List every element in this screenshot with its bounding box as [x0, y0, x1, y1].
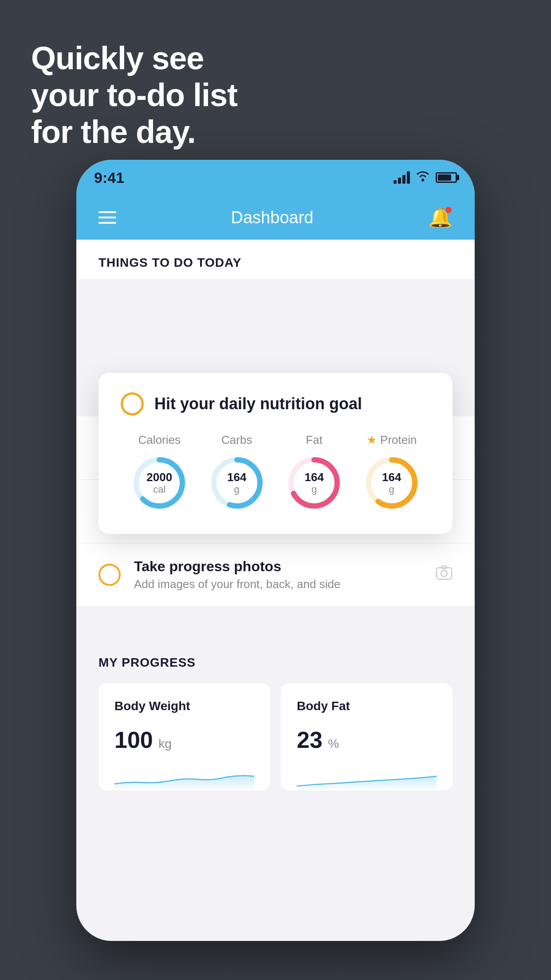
- protein-value: 164: [382, 471, 401, 484]
- progress-section: MY PROGRESS Body Weight 100 kg: [76, 633, 475, 804]
- photo-icon: [436, 565, 453, 585]
- macro-fat-label: Fat: [306, 433, 323, 447]
- body-fat-row: 23 %: [297, 727, 437, 753]
- nutrition-macros: Calories 2000 cal Carbs: [121, 433, 430, 512]
- carbs-unit: g: [234, 483, 240, 494]
- menu-button[interactable]: [98, 211, 116, 224]
- body-weight-value: 100: [114, 727, 153, 753]
- macro-carbs-label: Carbs: [221, 433, 252, 447]
- signal-icon: [394, 171, 410, 184]
- nutrition-card[interactable]: Hit your daily nutrition goal Calories 2…: [98, 373, 453, 534]
- body-weight-unit: kg: [158, 737, 172, 751]
- macro-protein-label: ★ Protein: [366, 433, 417, 447]
- fat-value: 164: [305, 471, 324, 484]
- nutrition-title: Hit your daily nutrition goal: [154, 395, 362, 413]
- todo-checkbox-photos[interactable]: [98, 564, 121, 586]
- status-icons: [394, 170, 457, 185]
- calories-unit: cal: [153, 483, 165, 494]
- macro-fat: Fat 164 g: [285, 433, 343, 512]
- body-weight-label: Body Weight: [114, 699, 254, 713]
- svg-point-0: [421, 179, 424, 182]
- todo-item-photos[interactable]: Take progress photos Add images of your …: [76, 543, 475, 607]
- calories-value: 2000: [146, 471, 172, 484]
- body-weight-card[interactable]: Body Weight 100 kg: [98, 683, 270, 790]
- macro-protein: ★ Protein 164 g: [363, 433, 421, 512]
- nutrition-checkbox[interactable]: [121, 392, 144, 415]
- body-fat-chart: [297, 764, 437, 790]
- headline-line1: Quickly see: [31, 40, 204, 76]
- macro-carbs: Carbs 164 g: [208, 433, 266, 512]
- carbs-donut: 164 g: [208, 454, 266, 512]
- progress-cards: Body Weight 100 kg: [98, 683, 453, 790]
- body-fat-value: 23: [297, 727, 323, 753]
- macro-calories-label: Calories: [138, 433, 181, 447]
- todo-subtitle-photos: Add images of your front, back, and side: [134, 577, 422, 591]
- carbs-value: 164: [227, 471, 246, 484]
- battery-icon: [436, 172, 457, 183]
- body-fat-card[interactable]: Body Fat 23 %: [281, 683, 453, 790]
- things-section-header: THINGS TO DO TODAY: [76, 240, 475, 279]
- main-content: THINGS TO DO TODAY Hit your daily nutrit…: [76, 240, 475, 804]
- macro-calories: Calories 2000 cal: [130, 433, 188, 512]
- nav-bar: Dashboard 🔔: [76, 195, 475, 240]
- calories-donut: 2000 cal: [130, 454, 188, 512]
- nav-title: Dashboard: [231, 208, 314, 227]
- wifi-icon: [415, 170, 430, 185]
- fat-unit: g: [311, 483, 317, 494]
- todo-title-photos: Take progress photos: [134, 558, 422, 575]
- svg-point-12: [441, 570, 447, 577]
- todo-text-photos: Take progress photos Add images of your …: [134, 558, 422, 591]
- nutrition-card-header: Hit your daily nutrition goal: [121, 392, 430, 415]
- notification-badge: [445, 207, 452, 213]
- fat-donut: 164 g: [285, 454, 343, 512]
- progress-section-title: MY PROGRESS: [98, 656, 453, 670]
- headline: Quickly see your to-do list for the day.: [31, 40, 237, 150]
- spacer: [76, 607, 475, 633]
- star-icon: ★: [366, 433, 377, 447]
- headline-line2: your to-do list: [31, 77, 237, 113]
- body-fat-unit: %: [328, 737, 339, 751]
- protein-unit: g: [389, 483, 394, 494]
- protein-donut: 164 g: [363, 454, 421, 512]
- svg-rect-11: [437, 568, 452, 579]
- phone-shell: 9:41: [76, 160, 475, 941]
- body-fat-label: Body Fat: [297, 699, 437, 713]
- status-time: 9:41: [94, 169, 124, 186]
- headline-line3: for the day.: [31, 114, 196, 150]
- status-bar: 9:41: [76, 160, 475, 195]
- body-weight-chart: [114, 764, 254, 790]
- notification-button[interactable]: 🔔: [428, 206, 453, 229]
- body-weight-row: 100 kg: [114, 727, 254, 753]
